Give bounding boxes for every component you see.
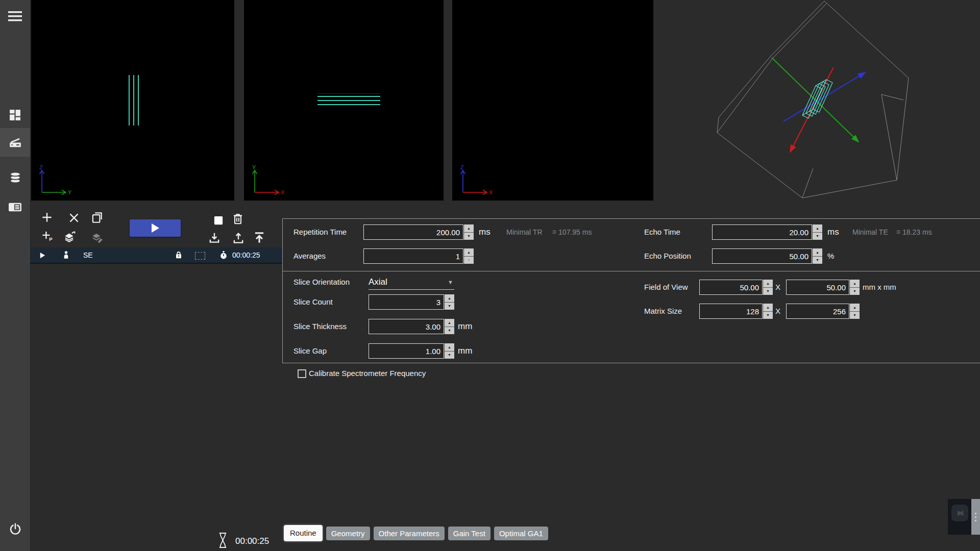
- slice-position-lines[interactable]: [129, 75, 139, 126]
- tab-geometry[interactable]: Geometry: [326, 527, 370, 540]
- sidebar-item-scan[interactable]: [0, 128, 30, 157]
- minimal-tr-label: Minimal TR: [506, 224, 543, 240]
- upload-icon: [232, 232, 245, 245]
- add-scan-button[interactable]: [40, 211, 54, 224]
- view-3d[interactable]: [653, 0, 980, 219]
- slice-thickness-input[interactable]: [369, 319, 444, 334]
- viewport-sagittal[interactable]: Z X: [452, 0, 653, 201]
- spin-up-button[interactable]: ▲: [763, 280, 773, 288]
- axis-indicator: Z Y: [34, 165, 85, 198]
- slice-gap-field: ▲ ▼: [369, 343, 454, 359]
- upload-to-top-button[interactable]: [253, 231, 266, 244]
- stopwatch-icon: [218, 250, 229, 260]
- echo-position-unit: %: [827, 248, 834, 264]
- slice-count-input[interactable]: [369, 294, 444, 310]
- stop-icon: [212, 214, 225, 227]
- person-icon: [61, 250, 71, 260]
- dashboard-icon: [9, 109, 21, 121]
- averages-input[interactable]: [363, 248, 463, 264]
- remove-scan-button[interactable]: [67, 211, 81, 224]
- matrix-separator: X: [775, 304, 780, 319]
- matrix-y-input[interactable]: [786, 304, 849, 319]
- repetition-time-unit: ms: [479, 224, 491, 240]
- widget-drag-handle[interactable]: [971, 499, 980, 535]
- spin-down-button[interactable]: ▼: [464, 257, 474, 264]
- spin-down-button[interactable]: ▼: [763, 312, 773, 319]
- export-stack-button[interactable]: [63, 230, 76, 243]
- spin-up-button[interactable]: ▲: [445, 319, 454, 327]
- spin-up-button[interactable]: ▲: [813, 224, 822, 233]
- fov-x-input[interactable]: [699, 280, 763, 295]
- repetition-time-field: ▲ ▼: [363, 224, 474, 240]
- spin-down-button[interactable]: ▼: [763, 288, 773, 295]
- matrix-x-input[interactable]: [699, 304, 763, 319]
- matrix-size-label: Matrix Size: [644, 304, 682, 319]
- spin-down-button[interactable]: ▼: [445, 327, 454, 335]
- slice-gap-label: Slice Gap: [293, 343, 327, 359]
- spin-up-button[interactable]: ▲: [850, 280, 860, 288]
- sidebar-item-registration[interactable]: [0, 193, 30, 221]
- spin-up-button[interactable]: ▲: [445, 294, 454, 303]
- echo-position-input[interactable]: [712, 248, 812, 264]
- spin-down-button[interactable]: ▼: [813, 257, 822, 264]
- duplicate-scan-button[interactable]: [90, 211, 104, 224]
- spin-down-button[interactable]: ▼: [445, 352, 454, 359]
- spin-down-button[interactable]: ▼: [813, 233, 822, 240]
- axis-indicator: Y X: [247, 165, 298, 198]
- hourglass-icon: [216, 532, 229, 549]
- scanner-icon: [9, 136, 22, 149]
- echo-time-label: Echo Time: [644, 224, 680, 240]
- spin-up-button[interactable]: ▲: [813, 248, 822, 257]
- sequence-list-item[interactable]: SE 00:00:25: [30, 247, 282, 264]
- edit-stack-button[interactable]: [90, 230, 104, 243]
- spin-up-button[interactable]: ▲: [763, 304, 773, 312]
- delete-button[interactable]: [231, 212, 244, 226]
- averages-label: Averages: [293, 248, 326, 264]
- spin-down-button[interactable]: ▼: [850, 312, 860, 319]
- viewport-axial[interactable]: Y X: [244, 0, 444, 201]
- svg-text:Y: Y: [252, 165, 256, 170]
- spin-up-button[interactable]: ▲: [445, 343, 454, 352]
- sidebar-item-dashboard[interactable]: [0, 101, 30, 129]
- layers-edit-icon: [90, 230, 104, 244]
- minimal-tr-value: = 107.95 ms: [552, 224, 592, 240]
- power-button[interactable]: [0, 515, 30, 543]
- svg-text:P: P: [49, 236, 53, 242]
- viewport-coronal[interactable]: Z Y: [31, 0, 234, 201]
- slice-thickness-field: ▲ ▼: [369, 319, 454, 334]
- panel-divider: [282, 271, 980, 271]
- fov-y-input[interactable]: [786, 280, 849, 295]
- echo-time-input[interactable]: [712, 224, 812, 240]
- spin-up-button[interactable]: ▲: [464, 224, 474, 233]
- stop-scan-button[interactable]: [212, 214, 225, 227]
- copy-icon: [90, 211, 104, 224]
- spin-down-button[interactable]: ▼: [850, 288, 860, 295]
- spin-down-button[interactable]: ▼: [464, 233, 474, 240]
- slice-position-lines[interactable]: [317, 93, 380, 106]
- spin-up-button[interactable]: ▲: [850, 304, 860, 312]
- svg-text:Z: Z: [39, 165, 43, 170]
- slice-orientation-dropdown[interactable]: Axial ▼: [369, 274, 454, 290]
- spin-down-button[interactable]: ▼: [445, 303, 454, 310]
- add-protocol-button[interactable]: P: [40, 229, 54, 242]
- tab-optimal-ga1[interactable]: Optimal GA1: [494, 527, 548, 540]
- sidebar: [0, 0, 31, 551]
- power-icon: [9, 522, 22, 536]
- tab-routine[interactable]: Routine: [284, 525, 323, 541]
- menu-button[interactable]: [0, 6, 30, 27]
- feedback-button[interactable]: [951, 505, 968, 521]
- echo-position-label: Echo Position: [644, 248, 691, 264]
- slice-gap-input[interactable]: [369, 343, 444, 359]
- sidebar-item-database[interactable]: [0, 163, 30, 192]
- start-scan-button[interactable]: [130, 219, 181, 237]
- export-button[interactable]: [232, 232, 245, 245]
- tab-other-parameters[interactable]: Other Parameters: [374, 527, 445, 540]
- matrix-y-field: ▲ ▼: [786, 304, 860, 319]
- spin-up-button[interactable]: ▲: [464, 248, 474, 257]
- calibrate-frequency-checkbox[interactable]: [298, 369, 306, 378]
- tab-gain-test[interactable]: Gain Test: [448, 527, 491, 540]
- import-button[interactable]: [208, 231, 221, 244]
- repetition-time-input[interactable]: [363, 224, 463, 240]
- slice-orientation-value: Axial: [369, 277, 448, 287]
- download-icon: [208, 231, 221, 244]
